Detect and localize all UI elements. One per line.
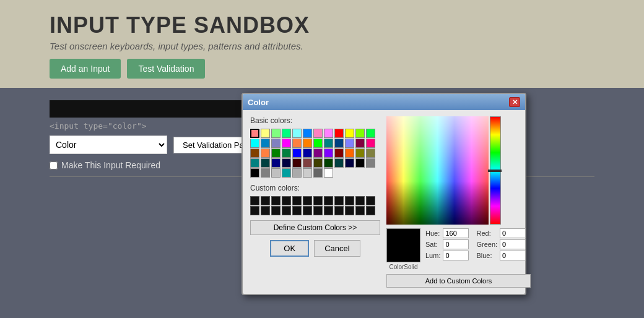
basic-color-cell[interactable] xyxy=(345,148,354,158)
sat-input[interactable] xyxy=(443,239,469,249)
custom-color-cell[interactable] xyxy=(250,196,259,205)
custom-color-cell[interactable] xyxy=(324,206,333,215)
custom-color-cell[interactable] xyxy=(366,196,375,205)
basic-color-cell[interactable] xyxy=(345,139,354,148)
basic-color-cell[interactable] xyxy=(334,129,344,138)
basic-color-cell[interactable] xyxy=(292,139,302,148)
basic-color-cell[interactable] xyxy=(271,168,281,178)
ok-button[interactable]: OK xyxy=(270,240,309,257)
custom-color-cell[interactable] xyxy=(292,196,302,205)
basic-color-cell[interactable] xyxy=(271,158,281,168)
basic-color-cell[interactable] xyxy=(313,168,323,178)
blue-input[interactable] xyxy=(500,251,526,260)
custom-color-cell[interactable] xyxy=(313,196,323,205)
custom-color-cell[interactable] xyxy=(261,206,270,215)
basic-color-cell[interactable] xyxy=(334,148,344,158)
add-input-button[interactable]: Add an Input xyxy=(50,59,121,79)
custom-color-cell[interactable] xyxy=(334,196,344,205)
basic-color-cell[interactable] xyxy=(261,129,270,138)
custom-color-cell[interactable] xyxy=(292,206,302,215)
basic-color-cell[interactable] xyxy=(261,148,270,158)
basic-color-cell[interactable] xyxy=(313,129,323,138)
color-fields: Hue: Red: Sat: Green: Lum: Blue: xyxy=(425,228,531,260)
basic-color-cell[interactable] xyxy=(345,129,354,138)
basic-color-cell[interactable] xyxy=(324,148,333,158)
required-checkbox[interactable] xyxy=(50,161,58,170)
basic-color-cell[interactable] xyxy=(366,139,375,148)
basic-color-cell[interactable] xyxy=(282,168,291,178)
basic-color-cell[interactable] xyxy=(261,168,270,178)
custom-color-cell[interactable] xyxy=(282,196,291,205)
basic-color-cell[interactable] xyxy=(366,148,375,158)
basic-color-cell[interactable] xyxy=(250,158,259,168)
custom-color-cell[interactable] xyxy=(324,196,333,205)
basic-color-cell[interactable] xyxy=(324,139,333,148)
dialog-close-button[interactable]: ✕ xyxy=(509,97,520,107)
test-validation-button[interactable]: Test Validation xyxy=(127,59,205,79)
basic-color-cell[interactable] xyxy=(250,139,259,148)
hue-input[interactable] xyxy=(443,228,469,238)
basic-color-cell[interactable] xyxy=(324,129,333,138)
basic-color-cell[interactable] xyxy=(355,139,365,148)
type-select[interactable]: Color xyxy=(50,135,167,154)
hue-label: Hue: xyxy=(425,230,440,237)
red-input[interactable] xyxy=(500,228,526,238)
basic-color-cell[interactable] xyxy=(303,148,312,158)
custom-color-cell[interactable] xyxy=(282,206,291,215)
basic-color-cell[interactable] xyxy=(261,158,270,168)
custom-color-cell[interactable] xyxy=(303,196,312,205)
basic-color-cell[interactable] xyxy=(366,129,375,138)
basic-color-cell[interactable] xyxy=(292,129,302,138)
basic-color-cell[interactable] xyxy=(282,139,291,148)
basic-color-cell[interactable] xyxy=(303,168,312,178)
custom-color-cell[interactable] xyxy=(355,196,365,205)
basic-color-cell[interactable] xyxy=(303,158,312,168)
basic-color-cell[interactable] xyxy=(292,158,302,168)
custom-color-cell[interactable] xyxy=(345,206,354,215)
custom-color-cell[interactable] xyxy=(250,206,259,215)
add-to-custom-colors-button[interactable]: Add to Custom Colors xyxy=(386,274,531,288)
basic-color-cell[interactable] xyxy=(261,139,270,148)
custom-color-cell[interactable] xyxy=(271,196,281,205)
basic-color-cell[interactable] xyxy=(303,129,312,138)
custom-color-cell[interactable] xyxy=(271,206,281,215)
basic-color-cell[interactable] xyxy=(250,168,259,178)
custom-color-cell[interactable] xyxy=(303,206,312,215)
custom-color-cell[interactable] xyxy=(345,196,354,205)
hue-slider[interactable] xyxy=(490,116,501,225)
custom-color-cell[interactable] xyxy=(366,206,375,215)
basic-color-cell[interactable] xyxy=(303,139,312,148)
basic-color-cell[interactable] xyxy=(313,148,323,158)
basic-color-cell[interactable] xyxy=(271,148,281,158)
basic-color-cell[interactable] xyxy=(355,148,365,158)
basic-color-cell[interactable] xyxy=(292,148,302,158)
basic-color-cell[interactable] xyxy=(324,158,333,168)
basic-color-cell[interactable] xyxy=(355,129,365,138)
basic-color-cell[interactable] xyxy=(334,158,344,168)
basic-color-cell[interactable] xyxy=(324,168,333,178)
green-label: Green: xyxy=(476,241,497,248)
basic-color-cell[interactable] xyxy=(282,129,291,138)
custom-color-cell[interactable] xyxy=(355,206,365,215)
basic-color-cell[interactable] xyxy=(250,148,259,158)
basic-color-cell[interactable] xyxy=(355,158,365,168)
basic-color-cell[interactable] xyxy=(334,139,344,148)
color-spectrum[interactable] xyxy=(386,116,501,225)
basic-color-cell[interactable] xyxy=(282,148,291,158)
basic-color-cell[interactable] xyxy=(282,158,291,168)
basic-color-cell[interactable] xyxy=(271,129,281,138)
basic-color-cell[interactable] xyxy=(292,168,302,178)
cancel-button[interactable]: Cancel xyxy=(314,240,360,257)
basic-color-cell[interactable] xyxy=(250,129,259,138)
basic-color-cell[interactable] xyxy=(313,158,323,168)
basic-color-cell[interactable] xyxy=(271,139,281,148)
custom-color-cell[interactable] xyxy=(334,206,344,215)
lum-input[interactable] xyxy=(443,251,469,260)
custom-color-cell[interactable] xyxy=(313,206,323,215)
basic-color-cell[interactable] xyxy=(313,139,323,148)
basic-color-cell[interactable] xyxy=(366,158,375,168)
basic-color-cell[interactable] xyxy=(345,158,354,168)
define-custom-colors-button[interactable]: Define Custom Colors >> xyxy=(250,220,380,235)
custom-color-cell[interactable] xyxy=(261,196,270,205)
green-input[interactable] xyxy=(500,239,526,249)
